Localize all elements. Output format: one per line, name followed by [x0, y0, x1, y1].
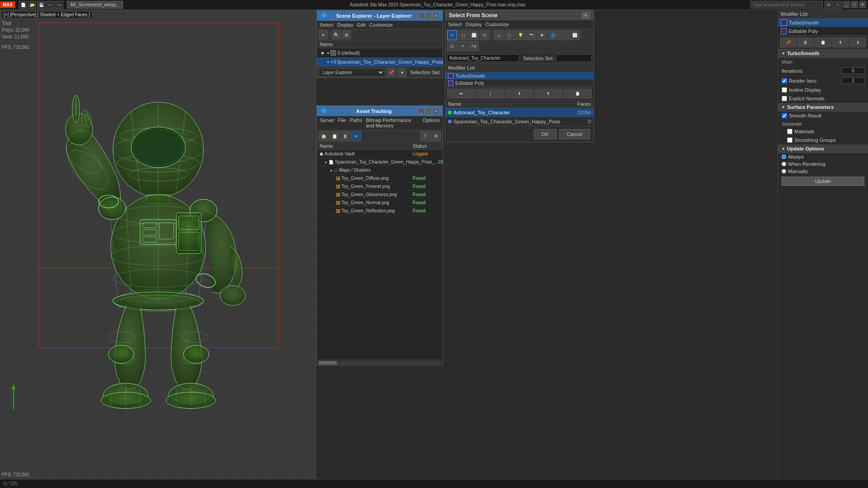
sfs-geo-btn[interactable]: △ [494, 30, 504, 40]
at-close-btn[interactable]: ✕ [433, 108, 439, 114]
redo-icon[interactable]: ↪ [55, 1, 63, 9]
at-btn2[interactable]: 📋 [330, 131, 340, 141]
toolbar-filter-btn[interactable]: ⚙ [342, 30, 351, 39]
at-help-btn[interactable]: ? [420, 131, 430, 141]
sfs-selection-set-field[interactable] [556, 54, 592, 62]
new-icon[interactable]: 📄 [19, 1, 27, 9]
menu-edit[interactable]: Edit [357, 22, 366, 28]
mod-tool-2[interactable]: | [476, 89, 504, 99]
at-restore-btn[interactable]: □ [425, 108, 432, 114]
sfs-camera-btn[interactable]: 📷 [526, 30, 536, 40]
at-options-menu[interactable]: Options [423, 117, 440, 128]
at-row-normal[interactable]: 🖼 Toy_Green_Normal.png Found [317, 199, 443, 207]
modifier-editpoly-row[interactable]: Editable Poly [445, 80, 594, 87]
modifier-turbosm-row[interactable]: TurboSmooth [445, 72, 594, 80]
mod-up-btn[interactable]: ⬆ [832, 38, 849, 47]
at-scrollbar[interactable] [317, 360, 443, 365]
restore-scene-btn[interactable]: □ [425, 13, 432, 19]
at-row-glossiness[interactable]: 🖼 Toy_Green_Glossiness.png Found [317, 191, 443, 199]
sfs-cancel-btn[interactable]: Cancel [559, 129, 590, 139]
menu-select[interactable]: Select [320, 22, 334, 28]
isoline-checkbox[interactable] [782, 87, 787, 93]
save-icon[interactable]: 💾 [37, 1, 45, 9]
tree-item-spaceman[interactable]: ● ■ Spaceman_Toy_Character_Green_Happy_P… [317, 57, 443, 66]
sfs-object-row-0[interactable]: Astronaut_Toy_Character 22094 [445, 108, 594, 117]
sfs-ok-btn[interactable]: OK [534, 129, 557, 139]
at-file-menu[interactable]: File [338, 117, 346, 128]
sfs-display-menu[interactable]: Display [466, 22, 482, 27]
render-iters-input[interactable] [842, 77, 864, 84]
always-radio[interactable] [782, 155, 786, 159]
sfs-invert-type-btn[interactable]: ◫ [447, 41, 457, 51]
minimize-scene-btn[interactable]: _ [418, 13, 425, 19]
explicit-normals-checkbox[interactable] [782, 96, 787, 101]
viewport[interactable]: [+] [Perspective] [ Shaded + Edged Faces… [0, 10, 316, 479]
at-row-diffuse[interactable]: 🖼 Toy_Green_Diffuse.png Found [317, 174, 443, 183]
sfs-select-btn[interactable]: ↖ [447, 30, 457, 40]
update-options-header[interactable]: Update Options [778, 145, 868, 153]
sfs-shape-btn[interactable]: ⬡ [505, 30, 514, 40]
sfs-none-type-btn[interactable]: ⬜ [570, 30, 580, 40]
sfs-warp-btn[interactable]: 🌀 [548, 30, 558, 40]
mod-item-editpoly[interactable]: Editable Poly [778, 27, 868, 36]
sfs-customize-menu[interactable]: Customize [486, 22, 509, 27]
explorer-type-select[interactable]: Layer Explorer [319, 68, 385, 77]
when-rendering-radio[interactable] [782, 162, 786, 166]
settings-icon[interactable]: ⚙ [825, 1, 833, 9]
at-row-spaceman[interactable]: ▸ 📄 Spaceman_Toy_Character_Green_Happy_P… [317, 158, 443, 166]
mod-tool-3[interactable]: ⬇ [505, 89, 533, 99]
at-row-reflection[interactable]: 🖼 Toy_Green_Reflection.png Found [317, 207, 443, 215]
at-btn3[interactable]: 🗑 [340, 131, 350, 141]
sfs-invert-btn[interactable]: ⬜ [469, 30, 479, 40]
sfs-all-btn[interactable]: ◻ [458, 30, 468, 40]
minimize-btn[interactable]: _ [843, 1, 850, 8]
sfs-select-menu[interactable]: Select [448, 22, 462, 27]
turbosm-section-header[interactable]: TurboSmooth [778, 49, 868, 58]
open-icon[interactable]: 📂 [28, 1, 36, 9]
menu-customize[interactable]: Customize [369, 22, 393, 28]
toolbar-search-btn[interactable]: 🔍 [332, 30, 341, 39]
at-row-maps[interactable]: ▸ ⬡ Maps / Shaders [317, 166, 443, 174]
sfs-close-btn[interactable]: ✕ [582, 12, 590, 19]
iterations-input[interactable] [842, 67, 864, 74]
sfs-search-field[interactable] [447, 54, 519, 62]
at-scroll-track[interactable] [319, 361, 441, 365]
mod-tool-5[interactable]: 📋 [564, 89, 592, 99]
close-scene-btn[interactable]: ✕ [433, 13, 439, 19]
render-iters-checkbox[interactable] [782, 78, 787, 84]
mod-tool-4[interactable]: ⬆ [534, 89, 562, 99]
at-paths-menu[interactable]: Paths [349, 117, 362, 128]
smooth-result-checkbox[interactable] [782, 113, 787, 118]
maximize-btn[interactable]: □ [851, 1, 858, 8]
at-options-btn[interactable]: ⚙ [431, 131, 441, 141]
mod-tool-1[interactable]: ⬅ [447, 89, 475, 99]
at-row-fresnel[interactable]: 🖼 Toy_Green_Fresnel.png Found [317, 183, 443, 191]
at-btn4[interactable]: ≡ [351, 131, 361, 141]
materials-checkbox[interactable] [787, 129, 793, 134]
sfs-case-btn[interactable]: Aa [469, 41, 479, 51]
at-btn1[interactable]: 🏠 [319, 131, 329, 141]
sfs-filter-btn[interactable]: ≡ [458, 41, 468, 51]
at-minimize-btn[interactable]: _ [418, 108, 425, 114]
at-row-vault[interactable]: ⬢ Autodesk Vault Logged [317, 150, 443, 158]
smoothing-groups-checkbox[interactable] [787, 137, 793, 143]
options-btn[interactable]: ▾ [397, 68, 406, 77]
mod-item-turbosmooth[interactable]: TurboSmooth [778, 19, 868, 27]
mod-del-btn[interactable]: 🗑 [797, 38, 814, 47]
toolbar-x-btn[interactable]: ✕ [319, 30, 328, 39]
mod-copy-btn[interactable]: 📋 [815, 38, 831, 47]
mod-pin-btn[interactable]: 📌 [780, 38, 797, 47]
pin-btn[interactable]: 📌 [387, 68, 396, 77]
at-scroll-thumb[interactable] [319, 361, 337, 365]
mod-down-btn[interactable]: ⬇ [849, 38, 866, 47]
sfs-object-row-1[interactable]: Spaceman_Toy_Character_Green_Happy_Pose … [445, 117, 594, 126]
sfs-all-type-btn[interactable]: ⬛ [559, 30, 569, 40]
update-button[interactable]: Update [782, 177, 864, 186]
at-server-menu[interactable]: Server [320, 117, 334, 128]
manually-radio[interactable] [782, 169, 786, 174]
sfs-light-btn[interactable]: 💡 [515, 30, 525, 40]
undo-icon[interactable]: ↩ [46, 1, 54, 9]
surface-params-header[interactable]: Surface Parameters [778, 103, 868, 112]
tree-item-layer0[interactable]: ▶ ● 0 (default) [317, 48, 443, 57]
help-icon[interactable]: ? [834, 1, 842, 9]
